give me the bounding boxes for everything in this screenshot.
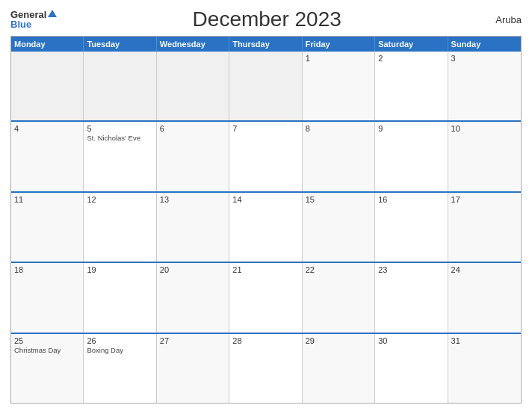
day-number: 17 bbox=[451, 195, 518, 204]
calendar-week-2: 45St. Nicholas' Eve678910 bbox=[11, 120, 521, 191]
day-number: 21 bbox=[232, 265, 298, 274]
calendar-cell: 23 bbox=[375, 263, 448, 332]
calendar-cell: 9 bbox=[375, 122, 448, 191]
day-number: 29 bbox=[306, 336, 371, 345]
day-number: 3 bbox=[451, 54, 518, 63]
calendar-cell: 30 bbox=[375, 334, 448, 403]
calendar-cell: 12 bbox=[84, 193, 156, 262]
weekday-header-saturday: Saturday bbox=[375, 37, 448, 52]
calendar-page: General Blue December 2023 Aruba MondayT… bbox=[0, 0, 532, 411]
day-number: 6 bbox=[160, 124, 226, 133]
calendar-cell bbox=[229, 52, 302, 120]
day-number: 2 bbox=[378, 54, 444, 63]
weekday-header-thursday: Thursday bbox=[229, 37, 302, 52]
month-title: December 2023 bbox=[57, 7, 477, 31]
calendar-cell: 16 bbox=[375, 193, 448, 262]
day-number: 7 bbox=[232, 124, 298, 133]
day-number: 12 bbox=[87, 195, 152, 204]
calendar-week-5: 25Christmas Day26Boxing Day2728293031 bbox=[11, 333, 521, 403]
day-number: 5 bbox=[87, 124, 152, 133]
day-number: 23 bbox=[378, 265, 444, 274]
calendar-weekday-header: MondayTuesdayWednesdayThursdayFridaySatu… bbox=[11, 37, 521, 52]
calendar-cell: 7 bbox=[229, 122, 302, 191]
calendar-cell bbox=[157, 52, 229, 120]
logo: General Blue bbox=[10, 10, 57, 29]
calendar-event: Boxing Day bbox=[87, 346, 123, 354]
calendar-cell: 15 bbox=[303, 193, 375, 262]
day-number: 14 bbox=[232, 195, 298, 204]
calendar-cell: 2 bbox=[375, 52, 448, 120]
logo-blue-text: Blue bbox=[10, 19, 31, 29]
day-number: 11 bbox=[14, 195, 80, 204]
day-number: 8 bbox=[306, 124, 371, 133]
day-number: 24 bbox=[451, 265, 518, 274]
day-number: 19 bbox=[87, 265, 152, 274]
calendar-week-4: 18192021222324 bbox=[11, 262, 521, 332]
calendar-cell bbox=[84, 52, 156, 120]
calendar-grid: MondayTuesdayWednesdayThursdayFridaySatu… bbox=[10, 36, 522, 404]
calendar-cell: 4 bbox=[11, 122, 84, 191]
weekday-header-tuesday: Tuesday bbox=[84, 37, 156, 52]
calendar-cell: 1 bbox=[303, 52, 375, 120]
calendar-week-1: 123 bbox=[11, 52, 521, 120]
calendar-cell: 20 bbox=[157, 263, 229, 332]
calendar-cell: 5St. Nicholas' Eve bbox=[84, 122, 156, 191]
calendar-cell: 3 bbox=[448, 52, 521, 120]
calendar-cell: 26Boxing Day bbox=[84, 334, 156, 403]
logo-triangle-icon bbox=[48, 10, 57, 17]
day-number: 30 bbox=[378, 336, 444, 345]
calendar-cell: 24 bbox=[448, 263, 521, 332]
day-number: 27 bbox=[160, 336, 226, 345]
day-number: 18 bbox=[14, 265, 80, 274]
day-number: 31 bbox=[451, 336, 518, 345]
calendar-cell: 22 bbox=[303, 263, 375, 332]
weekday-header-sunday: Sunday bbox=[448, 37, 521, 52]
calendar-event: St. Nicholas' Eve bbox=[87, 134, 140, 142]
calendar-cell: 10 bbox=[448, 122, 521, 191]
day-number: 1 bbox=[306, 54, 371, 63]
day-number: 28 bbox=[232, 336, 298, 345]
day-number: 22 bbox=[306, 265, 371, 274]
calendar-cell: 18 bbox=[11, 263, 84, 332]
day-number: 15 bbox=[306, 195, 371, 204]
weekday-header-wednesday: Wednesday bbox=[157, 37, 229, 52]
calendar-cell: 6 bbox=[157, 122, 229, 191]
calendar-event: Christmas Day bbox=[14, 346, 61, 354]
calendar-cell: 19 bbox=[84, 263, 156, 332]
calendar-cell bbox=[11, 52, 84, 120]
day-number: 13 bbox=[160, 195, 226, 204]
day-number: 25 bbox=[14, 336, 80, 345]
calendar-cell: 29 bbox=[303, 334, 375, 403]
calendar-header: General Blue December 2023 Aruba bbox=[10, 7, 522, 31]
calendar-cell: 25Christmas Day bbox=[11, 334, 84, 403]
calendar-cell: 28 bbox=[229, 334, 302, 403]
calendar-cell: 8 bbox=[303, 122, 375, 191]
day-number: 9 bbox=[378, 124, 444, 133]
day-number: 20 bbox=[160, 265, 226, 274]
day-number: 26 bbox=[87, 336, 152, 345]
calendar-cell: 17 bbox=[448, 193, 521, 262]
calendar-cell: 14 bbox=[229, 193, 302, 262]
weekday-header-friday: Friday bbox=[303, 37, 375, 52]
calendar-cell: 27 bbox=[157, 334, 229, 403]
calendar-body: 12345St. Nicholas' Eve678910111213141516… bbox=[11, 52, 521, 403]
day-number: 10 bbox=[451, 124, 518, 133]
calendar-cell: 31 bbox=[448, 334, 521, 403]
country-label: Aruba bbox=[477, 14, 522, 25]
weekday-header-monday: Monday bbox=[11, 37, 84, 52]
calendar-week-3: 11121314151617 bbox=[11, 191, 521, 262]
day-number: 16 bbox=[378, 195, 444, 204]
calendar-cell: 13 bbox=[157, 193, 229, 262]
calendar-cell: 11 bbox=[11, 193, 84, 262]
calendar-cell: 21 bbox=[229, 263, 302, 332]
day-number: 4 bbox=[14, 124, 80, 133]
